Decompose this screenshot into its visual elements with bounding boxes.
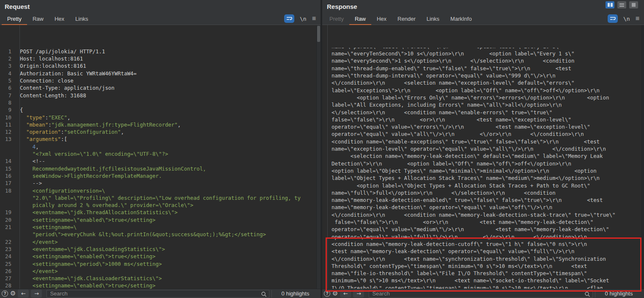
code-line: <\/condition>\r\n <text name=\"synchroni… — [322, 255, 644, 262]
gear-icon[interactable]: ⚙ — [332, 290, 338, 297]
code-line: <\/condition>\r\n <condition name=\"memo… — [322, 211, 644, 218]
code-line: operator=\"equal\" value=\"medium\"\/>\r… — [322, 226, 644, 233]
code-line: 25 <settingname=\"period\">1000 ms</sett… — [0, 260, 321, 268]
code-line: label=\"Exceptions\">\r\n <option label=… — [322, 87, 644, 94]
code-line: <condition name=\"memory-leak-detection-… — [322, 240, 644, 248]
code-line: 4Authorization: Basic YWRtaW46YWRtaW4= — [0, 70, 321, 77]
code-line: <\/selection>\r\n <condition name=\"enab… — [322, 109, 644, 116]
code-line: 19 <eventname=\"jdk.ThreadAllocationStat… — [0, 209, 321, 216]
request-editor[interactable]: 1POST /api/jolokia/ HTTP/1.12Host: local… — [0, 25, 321, 289]
code-line: "<?xml version=\"1.0\" encoding=\"UTF-8\… — [0, 150, 321, 157]
code-line: "2.0\" label=\"Profiling\" description=\… — [0, 194, 321, 201]
code-line: name=\"full\">full<\/option>\r\n <\/sele… — [322, 189, 644, 196]
tab-hex[interactable]: Hex — [371, 14, 392, 25]
code-line: 3Origin:localhost:8161 — [0, 62, 321, 69]
code-line: false=\"false\">\r\n <or>\r\n <test name… — [322, 218, 644, 226]
help-icon[interactable]: ? — [2, 290, 8, 297]
code-line: 21 <settingname=\ — [0, 224, 321, 231]
code-line: 18 <configurationversion=\ — [0, 187, 321, 194]
request-panel: Request PrettyRawHexLinks \n ≡ 1POST /ap… — [0, 0, 321, 298]
tab-hex[interactable]: Hex — [49, 14, 70, 25]
code-line: 11 "mbean":"jdk.management.jfr:type=Flig… — [0, 121, 321, 128]
search-input[interactable] — [47, 290, 269, 297]
code-line: "period\">everyChunk &lt;%out.printIn(&q… — [0, 231, 321, 238]
tab-pretty[interactable]: Pretty — [2, 14, 27, 25]
word-wrap-toggle-icon[interactable] — [284, 14, 294, 23]
code-line: 20 <settingname=\"enabled\">true</settin… — [0, 216, 321, 224]
code-line: label=\"All Exceptions, including Errors… — [322, 101, 644, 108]
code-line: operator=\"equal\" value=\"all\"\/>\r\n … — [322, 130, 644, 138]
code-line: label=\"Object Types + Allocation Stack … — [322, 174, 644, 182]
request-tabrow: PrettyRawHexLinks \n ≡ — [0, 14, 321, 25]
request-search-bar: ? ⚙ ← → 0 highlights — [0, 289, 321, 298]
code-line: name=\"memory-leak-detection-enabled\" t… — [322, 196, 644, 204]
code-line: 10 "type":"EXEC", — [0, 114, 321, 121]
newline-chars-toggle-icon[interactable]: \n — [300, 16, 307, 22]
response-editor[interactable]: name=\"period\" label=\"Period\">\r\n <o… — [322, 25, 644, 289]
response-scrollbar[interactable] — [641, 25, 644, 289]
code-line: name=\"exception-level\" operator=\"equa… — [322, 145, 644, 152]
editor-menu-icon[interactable]: ≡ — [636, 15, 640, 22]
search-icon — [584, 291, 590, 298]
code-line: 1POST /api/jolokia/ HTTP/1.1 — [0, 48, 321, 55]
tab-links[interactable]: Links — [70, 14, 93, 25]
code-line: <\/condition>\r\n <selection name=\"exce… — [322, 79, 644, 86]
code-line: 2Host: localhost:8161 — [0, 55, 321, 62]
code-line: 22 </event> — [0, 238, 321, 246]
code-line: 8 — [0, 99, 321, 106]
tab-pretty[interactable]: Pretty — [324, 14, 349, 25]
code-line: <selection name=\"memory-leak-detection\… — [322, 152, 644, 160]
request-search-field — [47, 290, 269, 298]
tab-raw[interactable]: Raw — [349, 14, 371, 25]
code-line: 24 <settingname=\"enabled\">true</settin… — [0, 253, 321, 260]
editor-menu-icon[interactable]: ≡ — [312, 15, 316, 22]
response-tabs: PrettyRawHexRenderLinksMarkInfo — [324, 14, 477, 25]
split-vertical-layout-button[interactable] — [606, 1, 614, 8]
code-line: 15 Recommendedwaytoedit.jfcfilesistouseJ… — [0, 165, 321, 172]
search-next-button[interactable]: → — [353, 290, 364, 298]
code-line: 5Connection: close — [0, 77, 321, 84]
code-line: operator=\"equal\" value=\"errors\"\/>\r… — [322, 123, 644, 130]
code-line: pically around 2 % overhead.\" provider=… — [0, 201, 321, 209]
code-line: 12 "operation":"setConfiguration", — [0, 128, 321, 135]
gear-icon[interactable]: ⚙ — [10, 290, 16, 297]
code-line: <test name=\"memory-leak-detection\" ope… — [322, 248, 644, 255]
request-tabs: PrettyRawHexLinks — [2, 14, 93, 25]
response-search-bar: ? ⚙ ← → 0 highlights — [322, 289, 644, 298]
code-line: 4, — [0, 143, 321, 150]
code-line: name=\"memory-leak-detection\" operator=… — [322, 204, 644, 211]
search-prev-button[interactable]: ← — [340, 290, 351, 298]
split-horizontal-layout-button[interactable] — [617, 1, 626, 8]
code-line: name=\"file-io-threshold\" label=\"File … — [322, 270, 644, 277]
help-icon[interactable]: ? — [324, 290, 330, 297]
tab-markinfo[interactable]: MarkInfo — [445, 14, 477, 25]
request-scrollbar-thumb[interactable] — [317, 26, 320, 42]
layout-switcher — [606, 1, 638, 8]
newline-chars-toggle-icon[interactable]: \n — [623, 16, 630, 22]
single-pane-layout-button[interactable] — [629, 1, 638, 8]
word-wrap-toggle-icon[interactable] — [608, 14, 618, 23]
message-editor-window: Request PrettyRawHexLinks \n ≡ 1POST /ap… — [0, 0, 644, 298]
tab-links[interactable]: Links — [421, 14, 445, 25]
request-panel-title: Request — [0, 0, 321, 14]
code-line: 27 <eventname=\"jdk.ClassLoaderStatistic… — [0, 275, 321, 282]
code-line: name=\"thread-dump-interval\" operator=\… — [322, 72, 644, 79]
code-line: 14 <!-- — [0, 157, 321, 165]
response-toolbar: \n ≡ — [608, 14, 640, 23]
search-input[interactable] — [369, 290, 592, 297]
code-line: I\/O Threshold\" contentType=\"timespan\… — [322, 284, 644, 289]
code-line: operator=\"equal\" value=\"full\"\/>\r\n… — [322, 233, 644, 240]
search-next-button[interactable]: → — [31, 290, 42, 298]
tab-render[interactable]: Render — [392, 14, 421, 25]
code-line: name=\"everySecond\">1 s<\/option>\r\n <… — [322, 57, 644, 64]
code-line: name=\"everyTenSecond\">10 s<\/option>\r… — [322, 50, 644, 57]
request-scrollbar[interactable] — [316, 25, 321, 289]
tab-raw[interactable]: Raw — [27, 14, 49, 25]
search-prev-button[interactable]: ← — [18, 290, 29, 298]
code-line: false=\"false\">\r\n <or>\r\n <test name… — [322, 116, 644, 123]
search-icon — [261, 291, 267, 298]
code-line: 7Content-Length: 31688 — [0, 92, 321, 99]
code-line: name=\"thread-dump-enabled\" true=\"fals… — [322, 65, 644, 72]
code-line: 28 <settingname=\"enabled\">true</settin… — [0, 282, 321, 289]
code-line: minimum=\"0 s\">10 ms<\/text>\r\n <text … — [322, 277, 644, 284]
